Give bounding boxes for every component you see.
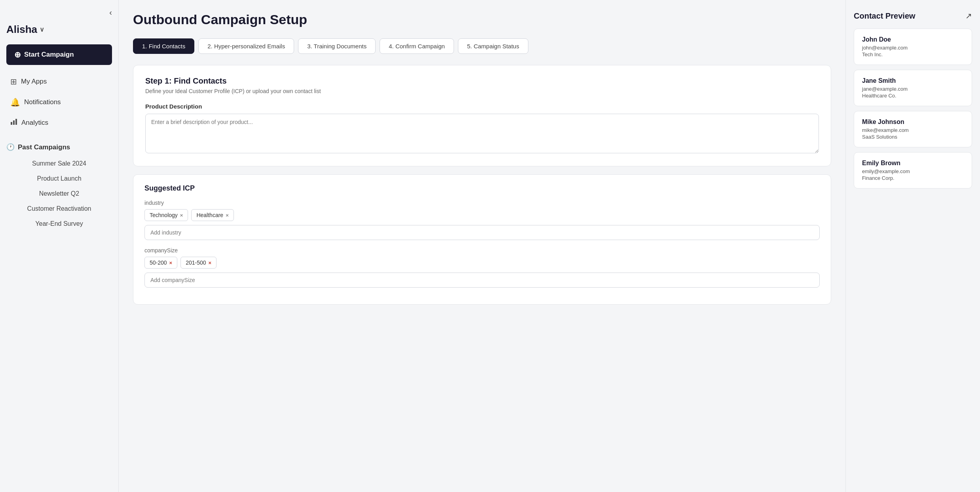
campaign-item-customer-reactivation[interactable]: Customer Reactivation xyxy=(6,201,112,216)
bar-chart-icon xyxy=(10,118,17,127)
icp-title: Suggested ICP xyxy=(144,184,820,193)
campaign-item-summer-sale[interactable]: Summer Sale 2024 xyxy=(6,156,112,171)
remove-201-500-tag[interactable]: × xyxy=(209,260,212,266)
remove-healthcare-tag[interactable]: × xyxy=(226,212,229,218)
past-campaigns-section: 🕐 Past Campaigns Summer Sale 2024 Produc… xyxy=(6,143,112,231)
contact-card-jane: Jane Smith jane@example.com Healthcare C… xyxy=(854,70,972,106)
industry-tag-technology: Technology × xyxy=(144,209,188,221)
industry-tags-row: Technology × Healthcare × xyxy=(144,209,820,221)
contact-email: emily@example.com xyxy=(862,168,964,174)
industry-label: industry xyxy=(144,200,820,206)
sidebar-item-notifications[interactable]: 🔔 Notifications xyxy=(6,93,112,112)
grid-icon: ⊞ xyxy=(10,77,17,86)
healthcare-tag-label: Healthcare xyxy=(196,212,223,218)
panel-title: Contact Preview xyxy=(854,11,915,21)
contact-company: Tech Inc. xyxy=(862,51,964,57)
start-campaign-button[interactable]: ⊕ Start Campaign xyxy=(6,44,112,65)
main-content: Outbound Campaign Setup 1. Find Contacts… xyxy=(119,0,845,492)
step-title: Step 1: Find Contacts xyxy=(145,76,819,86)
company-size-label: companySize xyxy=(144,247,820,254)
size-50-200-label: 50-200 xyxy=(150,259,167,266)
tab-campaign-status[interactable]: 5. Campaign Status xyxy=(458,38,528,54)
size-tag-50-200: 50-200 × xyxy=(144,257,177,269)
size-201-500-label: 201-500 xyxy=(186,259,206,266)
contact-name: Emily Brown xyxy=(862,160,964,167)
user-chevron-icon: ∨ xyxy=(40,26,44,33)
industry-tag-healthcare: Healthcare × xyxy=(191,209,234,221)
clock-icon: 🕐 xyxy=(6,143,15,151)
user-name-label: Alisha xyxy=(6,23,37,36)
my-apps-label: My Apps xyxy=(21,78,47,86)
contact-name: Mike Johnson xyxy=(862,118,964,126)
user-menu[interactable]: Alisha ∨ xyxy=(6,23,112,36)
analytics-label: Analytics xyxy=(21,119,48,127)
sidebar: ‹ Alisha ∨ ⊕ Start Campaign ⊞ My Apps 🔔 … xyxy=(0,0,119,492)
campaign-item-year-end-survey[interactable]: Year-End Survey xyxy=(6,216,112,231)
collapse-icon[interactable]: ‹ xyxy=(109,8,112,17)
sidebar-collapse-btn[interactable]: ‹ xyxy=(6,8,112,17)
start-campaign-label: Start Campaign xyxy=(24,51,74,59)
notifications-label: Notifications xyxy=(24,98,61,106)
panel-header: Contact Preview ↗ xyxy=(854,11,972,21)
past-campaigns-title-label: Past Campaigns xyxy=(18,143,70,151)
contact-name: John Doe xyxy=(862,36,964,43)
tab-find-contacts[interactable]: 1. Find Contacts xyxy=(133,38,194,54)
past-campaigns-toggle[interactable]: 🕐 Past Campaigns xyxy=(6,143,112,151)
remove-technology-tag[interactable]: × xyxy=(180,212,183,218)
add-company-size-input[interactable] xyxy=(144,273,820,288)
contact-company: SaaS Solutions xyxy=(862,134,964,140)
contact-name: Jane Smith xyxy=(862,77,964,84)
add-industry-input[interactable] xyxy=(144,225,820,240)
technology-tag-label: Technology xyxy=(150,212,178,218)
contact-company: Healthcare Co. xyxy=(862,93,964,99)
tab-hyper-emails[interactable]: 2. Hyper-personalized Emails xyxy=(198,38,294,54)
tab-training-docs[interactable]: 3. Training Documents xyxy=(298,38,376,54)
svg-rect-0 xyxy=(11,122,12,125)
campaign-item-newsletter-q2[interactable]: Newsletter Q2 xyxy=(6,186,112,201)
plus-circle-icon: ⊕ xyxy=(14,50,21,59)
step-card: Step 1: Find Contacts Define your Ideal … xyxy=(133,65,831,166)
contact-email: mike@example.com xyxy=(862,127,964,133)
product-description-input[interactable] xyxy=(145,114,819,153)
step-description: Define your Ideal Customer Profile (ICP)… xyxy=(145,88,819,94)
contact-company: Finance Corp. xyxy=(862,175,964,181)
contact-preview-panel: Contact Preview ↗ John Doe john@example.… xyxy=(845,0,980,492)
main-area: Outbound Campaign Setup 1. Find Contacts… xyxy=(119,0,980,492)
contact-email: jane@example.com xyxy=(862,86,964,92)
campaign-item-product-launch[interactable]: Product Launch xyxy=(6,171,112,186)
svg-rect-1 xyxy=(13,120,15,125)
sidebar-item-my-apps[interactable]: ⊞ My Apps xyxy=(6,72,112,91)
step-tabs: 1. Find Contacts 2. Hyper-personalized E… xyxy=(133,38,831,54)
bell-icon: 🔔 xyxy=(10,97,20,107)
product-description-label: Product Description xyxy=(145,103,819,110)
size-tag-201-500: 201-500 × xyxy=(180,257,217,269)
contact-card-emily: Emily Brown emily@example.com Finance Co… xyxy=(854,152,972,189)
remove-50-200-tag[interactable]: × xyxy=(169,260,173,266)
contact-email: john@example.com xyxy=(862,45,964,51)
contact-card-mike: Mike Johnson mike@example.com SaaS Solut… xyxy=(854,111,972,147)
icp-card: Suggested ICP industry Technology × Heal… xyxy=(133,174,831,305)
company-size-tags-row: 50-200 × 201-500 × xyxy=(144,257,820,269)
expand-panel-button[interactable]: ↗ xyxy=(965,11,972,21)
page-title: Outbound Campaign Setup xyxy=(133,12,831,27)
contact-card-john: John Doe john@example.com Tech Inc. xyxy=(854,29,972,65)
main-inner: Outbound Campaign Setup 1. Find Contacts… xyxy=(119,0,980,492)
sidebar-item-analytics[interactable]: Analytics xyxy=(6,113,112,132)
svg-rect-2 xyxy=(15,119,17,125)
tab-confirm-campaign[interactable]: 4. Confirm Campaign xyxy=(380,38,454,54)
